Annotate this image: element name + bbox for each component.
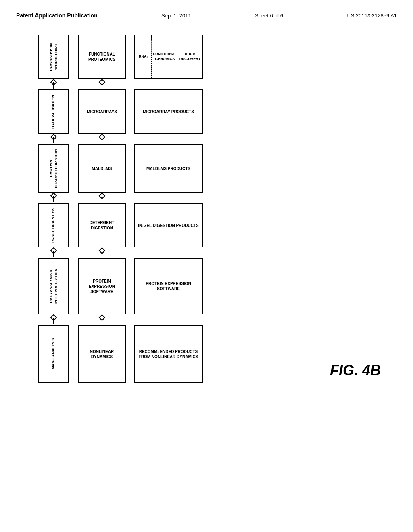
right-box-3: IN-GEL DIGESTION PRODUCTS [134, 203, 203, 247]
left-box-0: DOWNSTREAM WORKFLOWS [38, 35, 69, 79]
left-box-4: DATA ANALYSIS & INTERPRET- ATION [38, 258, 69, 314]
arrow-connector [97, 314, 107, 325]
arrow-connector [97, 134, 107, 144]
right-box-0: RNAiFUNCTIONAL GENOMICSDRUG DISCOVERY [134, 35, 203, 79]
right-box-4: PROTEIN EXPRESSION SOFTWARE [134, 258, 203, 314]
left-box-1: DATA VALIDATION [38, 89, 69, 134]
mid-box-2: MALDI-MS [78, 144, 126, 193]
left-box-3: IN-GEL DIGESTION [38, 203, 69, 247]
date-label: Sep. 1, 2011 [161, 12, 191, 19]
column-left: DOWNSTREAM WORKFLOWSDATA VALIDATIONPROTE… [36, 35, 71, 383]
publication-label: Patent Application Publication [16, 12, 98, 19]
sheet-label: Sheet 6 of 6 [255, 12, 283, 19]
left-box-2: PROTEIN CHARACTERIZATION [38, 144, 69, 193]
right-box-5: RECOMM- ENDED PRODUCTS FROM NONLINEAR DY… [134, 325, 203, 383]
arrow-connector [97, 247, 107, 258]
column-middle: FUNCTIONAL PROTEOMICSMICROARRAYSMALDI-MS… [77, 35, 127, 383]
arrow-connector [49, 314, 58, 325]
arrow-connector [49, 193, 58, 203]
right-box-1: MICROARRAY PRODUCTS [134, 89, 203, 134]
mid-box-5: NONLINEAR DYNAMICS [78, 325, 126, 383]
arrow-connector [97, 193, 107, 203]
page-header: Patent Application Publication Sep. 1, 2… [16, 12, 397, 19]
mid-box-1: MICROARRAYS [78, 89, 126, 134]
mid-box-3: DETERGENT DIGESTION [78, 203, 126, 247]
right-box-2: MALDI-MS PRODUCTS [134, 144, 203, 193]
mid-box-4: PROTEIN EXPRESSION SOFTWARE [78, 258, 126, 314]
page: Patent Application Publication Sep. 1, 2… [0, 0, 413, 532]
arrow-connector [97, 79, 107, 89]
left-box-5: IMAGE ANALYSIS [38, 325, 69, 383]
mid-box-0: FUNCTIONAL PROTEOMICS [78, 35, 126, 79]
figure-label: FIG. 4B [330, 362, 381, 379]
arrow-connector [49, 79, 58, 89]
arrow-connector [49, 247, 58, 258]
patent-number-label: US 2011/0212859 A1 [347, 12, 397, 19]
column-right: RNAiFUNCTIONAL GENOMICSDRUG DISCOVERYMIC… [133, 35, 204, 383]
arrow-connector [49, 134, 58, 144]
